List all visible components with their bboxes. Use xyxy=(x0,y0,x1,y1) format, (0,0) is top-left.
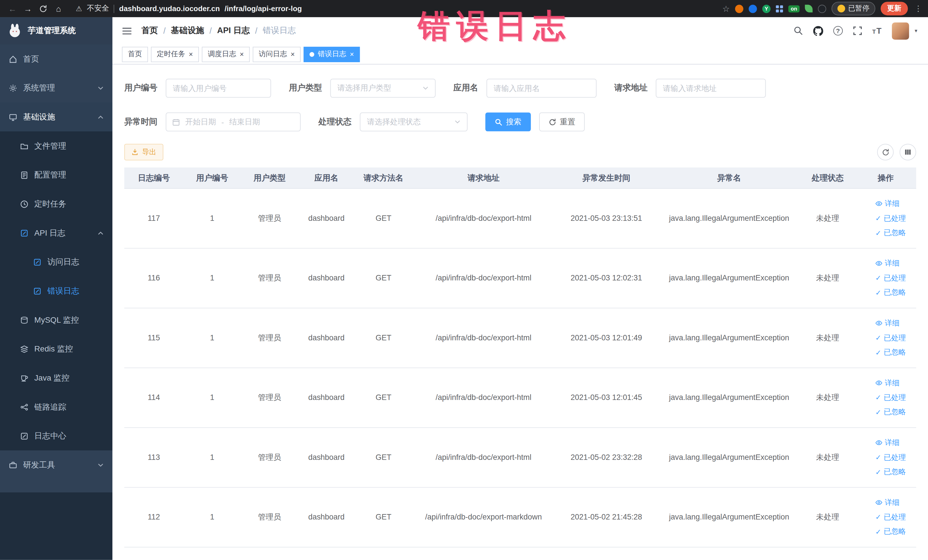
cell-log-id: 114 xyxy=(124,368,183,427)
fullscreen-icon[interactable] xyxy=(853,26,862,35)
sidebar-item-system-management[interactable]: 系统管理 xyxy=(0,73,112,102)
extension-paw-icon[interactable] xyxy=(818,5,826,13)
extensions-grid-icon[interactable] xyxy=(776,5,783,12)
paused-pill[interactable]: 已暂停 xyxy=(832,2,876,15)
column-settings-button[interactable] xyxy=(899,144,916,160)
mark-processed-link[interactable]: ✓已处理 xyxy=(875,273,906,283)
detail-link[interactable]: 详细 xyxy=(875,198,899,209)
browser-back-icon[interactable]: ← xyxy=(6,4,19,13)
extension-icon-y[interactable]: Y xyxy=(762,5,771,13)
sidebar-item-file-management[interactable]: 文件管理 xyxy=(0,131,112,160)
browser-update-button[interactable]: 更新 xyxy=(881,2,908,15)
user-id-input[interactable] xyxy=(166,79,271,98)
search-button[interactable]: 搜索 xyxy=(485,112,531,131)
sidebar-item-mysql-monitor[interactable]: MySQL 监控 xyxy=(0,305,112,334)
mark-processed-link[interactable]: ✓已处理 xyxy=(875,214,906,223)
app-name-input[interactable] xyxy=(486,79,597,98)
mark-processed-link[interactable]: ✓已处理 xyxy=(875,333,906,343)
sidebar-item-api-logs[interactable]: API 日志 xyxy=(0,218,112,248)
log-doc-icon xyxy=(33,287,41,295)
sidebar-item-access-logs[interactable]: 访问日志 xyxy=(0,247,112,276)
tabs-bar: 首页 定时任务× 调度日志× 访问日志× 错误日志× xyxy=(112,44,928,65)
sidebar-item-log-center[interactable]: 日志中心 xyxy=(0,421,112,450)
address-bar[interactable]: ⚠ 不安全 dashboard.yudao.iocoder.cn/infra/l… xyxy=(76,3,302,14)
user-type-select[interactable]: 请选择用户类型 xyxy=(330,79,436,98)
table-row: 116 1 管理员 dashboard GET /api/infra/db-do… xyxy=(124,249,916,308)
logo-rabbit-avatar xyxy=(7,23,23,38)
sidebar-item-redis-monitor[interactable]: Redis 监控 xyxy=(0,334,112,363)
mark-ignored-link[interactable]: ✓已忽略 xyxy=(875,348,906,358)
cell-method: GET xyxy=(355,428,412,487)
tab-scheduled-tasks[interactable]: 定时任务× xyxy=(151,46,199,62)
search-icon[interactable] xyxy=(794,26,803,35)
tab-error-logs[interactable]: 错误日志× xyxy=(304,46,360,62)
extension-on-badge[interactable]: on xyxy=(788,5,799,12)
avatar-caret-icon[interactable]: ▾ xyxy=(914,28,917,34)
extension-icon-orange[interactable] xyxy=(735,5,743,13)
url-path: /infra/log/api-error-log xyxy=(224,5,302,13)
cell-exception-time: 2021-05-03 12:01:49 xyxy=(554,308,658,368)
mark-ignored-link[interactable]: ✓已忽略 xyxy=(875,288,906,298)
detail-link[interactable]: 详细 xyxy=(875,378,899,388)
request-url-input[interactable] xyxy=(656,79,766,98)
export-button[interactable]: 导出 xyxy=(124,144,163,160)
breadcrumb-api-logs[interactable]: API 日志 xyxy=(217,25,250,36)
cell-request-url: /api/infra/db-doc/export-html xyxy=(412,189,554,248)
user-avatar[interactable] xyxy=(892,22,909,40)
browser-home-icon[interactable]: ⌂ xyxy=(52,4,65,13)
cell-app-name: dashboard xyxy=(298,428,355,487)
mark-ignored-link[interactable]: ✓已忽略 xyxy=(875,467,906,477)
sidebar-item-dev-tools[interactable]: 研发工具 xyxy=(0,450,112,479)
tab-home[interactable]: 首页 xyxy=(122,46,148,62)
hamburger-icon[interactable] xyxy=(122,26,132,36)
github-icon[interactable] xyxy=(813,26,823,36)
tab-dispatch-logs[interactable]: 调度日志× xyxy=(202,46,250,62)
date-range-picker[interactable]: 开始日期 - 结束日期 xyxy=(166,112,301,131)
font-size-icon[interactable]: TT xyxy=(872,25,882,36)
mark-processed-link[interactable]: ✓已处理 xyxy=(875,512,906,522)
mark-ignored-link[interactable]: ✓已忽略 xyxy=(875,527,906,537)
extension-icon-blue[interactable] xyxy=(749,5,757,13)
browser-reload-icon[interactable] xyxy=(37,5,50,13)
infrastructure-submenu: 文件管理 配置管理 定时任务 API 日志 访问日志 错误日志 xyxy=(0,131,112,450)
sidebar-item-infrastructure[interactable]: 基础设施 xyxy=(0,102,112,131)
browser-menu-icon[interactable]: ⋮ xyxy=(914,4,922,13)
mark-processed-link[interactable]: ✓已处理 xyxy=(875,393,906,403)
close-icon[interactable]: × xyxy=(291,50,295,58)
detail-link[interactable]: 详细 xyxy=(875,497,899,508)
sidebar-item-home[interactable]: 首页 xyxy=(0,44,112,73)
detail-link[interactable]: 详细 xyxy=(875,438,899,448)
cell-exception-time: 2021-05-03 12:02:31 xyxy=(554,249,658,308)
close-icon[interactable]: × xyxy=(350,50,354,58)
sidebar-item-scheduled-tasks[interactable]: 定时任务 xyxy=(0,189,112,218)
cell-actions: 详细 ✓已处理 ✓已忽略 xyxy=(855,488,916,546)
breadcrumb-infrastructure[interactable]: 基础设施 xyxy=(171,25,204,36)
sidebar-item-java-monitor[interactable]: Java 监控 xyxy=(0,363,112,392)
tab-access-logs[interactable]: 访问日志× xyxy=(253,46,301,62)
download-icon xyxy=(131,149,139,156)
refresh-table-button[interactable] xyxy=(877,144,894,160)
mark-ignored-link[interactable]: ✓已忽略 xyxy=(875,407,906,417)
user-type-label: 用户类型 xyxy=(289,83,322,93)
sidebar-item-config-management[interactable]: 配置管理 xyxy=(0,160,112,189)
filter-form: 用户编号 用户类型 请选择用户类型 应用名 请求地址 xyxy=(112,64,928,131)
process-status-select[interactable]: 请选择处理状态 xyxy=(360,112,467,131)
sidebar-item-error-logs[interactable]: 错误日志 xyxy=(0,276,112,305)
emoji-face-icon xyxy=(838,5,845,12)
detail-link[interactable]: 详细 xyxy=(875,318,899,328)
mark-ignored-link[interactable]: ✓已忽略 xyxy=(875,228,906,238)
reset-button[interactable]: 重置 xyxy=(539,112,585,131)
mark-processed-link[interactable]: ✓已处理 xyxy=(875,452,906,462)
close-icon[interactable]: × xyxy=(240,50,244,58)
bookmark-star-icon[interactable]: ☆ xyxy=(722,4,730,13)
extension-leaf-icon[interactable] xyxy=(805,5,812,12)
coffee-cup-icon xyxy=(20,374,29,382)
close-icon[interactable]: × xyxy=(189,50,193,58)
breadcrumb-home[interactable]: 首页 xyxy=(142,25,158,36)
help-icon[interactable]: ? xyxy=(833,26,843,35)
sidebar-item-link-tracing[interactable]: 链路追踪 xyxy=(0,392,112,421)
detail-link[interactable]: 详细 xyxy=(875,258,899,269)
check-icon: ✓ xyxy=(875,394,881,401)
check-icon: ✓ xyxy=(875,334,881,342)
browser-forward-icon[interactable]: → xyxy=(21,4,35,13)
